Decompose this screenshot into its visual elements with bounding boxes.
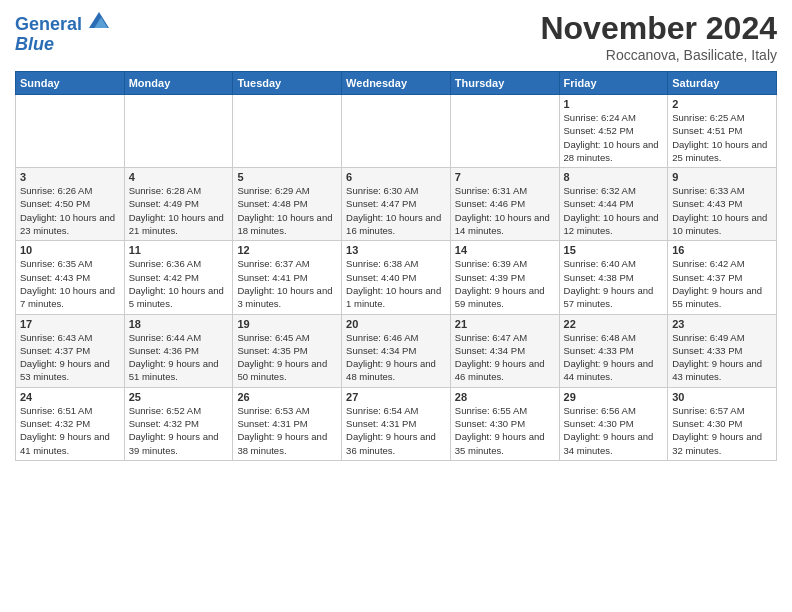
calendar-cell: 9Sunrise: 6:33 AM Sunset: 4:43 PM Daylig… — [668, 168, 777, 241]
day-info: Sunrise: 6:56 AM Sunset: 4:30 PM Dayligh… — [564, 404, 664, 457]
calendar-cell: 17Sunrise: 6:43 AM Sunset: 4:37 PM Dayli… — [16, 314, 125, 387]
day-info: Sunrise: 6:55 AM Sunset: 4:30 PM Dayligh… — [455, 404, 555, 457]
day-info: Sunrise: 6:43 AM Sunset: 4:37 PM Dayligh… — [20, 331, 120, 384]
calendar-cell: 11Sunrise: 6:36 AM Sunset: 4:42 PM Dayli… — [124, 241, 233, 314]
day-info: Sunrise: 6:53 AM Sunset: 4:31 PM Dayligh… — [237, 404, 337, 457]
day-info: Sunrise: 6:37 AM Sunset: 4:41 PM Dayligh… — [237, 257, 337, 310]
day-info: Sunrise: 6:52 AM Sunset: 4:32 PM Dayligh… — [129, 404, 229, 457]
day-info: Sunrise: 6:33 AM Sunset: 4:43 PM Dayligh… — [672, 184, 772, 237]
col-thursday: Thursday — [450, 72, 559, 95]
col-saturday: Saturday — [668, 72, 777, 95]
calendar-cell: 23Sunrise: 6:49 AM Sunset: 4:33 PM Dayli… — [668, 314, 777, 387]
col-friday: Friday — [559, 72, 668, 95]
calendar-cell: 14Sunrise: 6:39 AM Sunset: 4:39 PM Dayli… — [450, 241, 559, 314]
day-info: Sunrise: 6:35 AM Sunset: 4:43 PM Dayligh… — [20, 257, 120, 310]
day-number: 25 — [129, 391, 229, 403]
day-info: Sunrise: 6:32 AM Sunset: 4:44 PM Dayligh… — [564, 184, 664, 237]
col-monday: Monday — [124, 72, 233, 95]
calendar-cell: 15Sunrise: 6:40 AM Sunset: 4:38 PM Dayli… — [559, 241, 668, 314]
day-number: 13 — [346, 244, 446, 256]
logo-text: General — [15, 10, 109, 35]
calendar-cell: 3Sunrise: 6:26 AM Sunset: 4:50 PM Daylig… — [16, 168, 125, 241]
day-number: 22 — [564, 318, 664, 330]
calendar-week-2: 10Sunrise: 6:35 AM Sunset: 4:43 PM Dayli… — [16, 241, 777, 314]
day-number: 16 — [672, 244, 772, 256]
col-sunday: Sunday — [16, 72, 125, 95]
day-number: 20 — [346, 318, 446, 330]
day-info: Sunrise: 6:39 AM Sunset: 4:39 PM Dayligh… — [455, 257, 555, 310]
day-info: Sunrise: 6:51 AM Sunset: 4:32 PM Dayligh… — [20, 404, 120, 457]
day-number: 7 — [455, 171, 555, 183]
calendar-cell: 21Sunrise: 6:47 AM Sunset: 4:34 PM Dayli… — [450, 314, 559, 387]
day-number: 10 — [20, 244, 120, 256]
day-info: Sunrise: 6:36 AM Sunset: 4:42 PM Dayligh… — [129, 257, 229, 310]
calendar-cell: 26Sunrise: 6:53 AM Sunset: 4:31 PM Dayli… — [233, 387, 342, 460]
day-number: 18 — [129, 318, 229, 330]
calendar-cell: 22Sunrise: 6:48 AM Sunset: 4:33 PM Dayli… — [559, 314, 668, 387]
day-number: 24 — [20, 391, 120, 403]
calendar-cell: 1Sunrise: 6:24 AM Sunset: 4:52 PM Daylig… — [559, 95, 668, 168]
calendar-cell: 30Sunrise: 6:57 AM Sunset: 4:30 PM Dayli… — [668, 387, 777, 460]
day-info: Sunrise: 6:46 AM Sunset: 4:34 PM Dayligh… — [346, 331, 446, 384]
logo-icon — [89, 10, 109, 30]
day-number: 5 — [237, 171, 337, 183]
day-number: 21 — [455, 318, 555, 330]
day-number: 11 — [129, 244, 229, 256]
day-info: Sunrise: 6:25 AM Sunset: 4:51 PM Dayligh… — [672, 111, 772, 164]
day-number: 30 — [672, 391, 772, 403]
day-number: 15 — [564, 244, 664, 256]
day-info: Sunrise: 6:44 AM Sunset: 4:36 PM Dayligh… — [129, 331, 229, 384]
calendar-cell — [342, 95, 451, 168]
day-info: Sunrise: 6:47 AM Sunset: 4:34 PM Dayligh… — [455, 331, 555, 384]
logo-line2: Blue — [15, 35, 109, 55]
day-info: Sunrise: 6:40 AM Sunset: 4:38 PM Dayligh… — [564, 257, 664, 310]
day-number: 12 — [237, 244, 337, 256]
day-info: Sunrise: 6:30 AM Sunset: 4:47 PM Dayligh… — [346, 184, 446, 237]
day-info: Sunrise: 6:28 AM Sunset: 4:49 PM Dayligh… — [129, 184, 229, 237]
day-number: 29 — [564, 391, 664, 403]
day-number: 3 — [20, 171, 120, 183]
calendar-cell: 18Sunrise: 6:44 AM Sunset: 4:36 PM Dayli… — [124, 314, 233, 387]
calendar-header-row: Sunday Monday Tuesday Wednesday Thursday… — [16, 72, 777, 95]
month-title: November 2024 — [540, 10, 777, 47]
day-info: Sunrise: 6:54 AM Sunset: 4:31 PM Dayligh… — [346, 404, 446, 457]
calendar-cell — [233, 95, 342, 168]
day-number: 4 — [129, 171, 229, 183]
day-number: 9 — [672, 171, 772, 183]
calendar-cell — [16, 95, 125, 168]
day-info: Sunrise: 6:29 AM Sunset: 4:48 PM Dayligh… — [237, 184, 337, 237]
day-info: Sunrise: 6:57 AM Sunset: 4:30 PM Dayligh… — [672, 404, 772, 457]
day-number: 6 — [346, 171, 446, 183]
day-info: Sunrise: 6:31 AM Sunset: 4:46 PM Dayligh… — [455, 184, 555, 237]
calendar-cell: 16Sunrise: 6:42 AM Sunset: 4:37 PM Dayli… — [668, 241, 777, 314]
calendar-cell: 8Sunrise: 6:32 AM Sunset: 4:44 PM Daylig… — [559, 168, 668, 241]
calendar-cell: 27Sunrise: 6:54 AM Sunset: 4:31 PM Dayli… — [342, 387, 451, 460]
calendar-cell: 28Sunrise: 6:55 AM Sunset: 4:30 PM Dayli… — [450, 387, 559, 460]
calendar-week-3: 17Sunrise: 6:43 AM Sunset: 4:37 PM Dayli… — [16, 314, 777, 387]
day-number: 26 — [237, 391, 337, 403]
page: General Blue November 2024 Roccanova, Ba… — [0, 0, 792, 612]
calendar-cell: 13Sunrise: 6:38 AM Sunset: 4:40 PM Dayli… — [342, 241, 451, 314]
calendar-cell: 20Sunrise: 6:46 AM Sunset: 4:34 PM Dayli… — [342, 314, 451, 387]
day-number: 2 — [672, 98, 772, 110]
col-wednesday: Wednesday — [342, 72, 451, 95]
day-info: Sunrise: 6:26 AM Sunset: 4:50 PM Dayligh… — [20, 184, 120, 237]
day-info: Sunrise: 6:49 AM Sunset: 4:33 PM Dayligh… — [672, 331, 772, 384]
day-number: 28 — [455, 391, 555, 403]
day-number: 27 — [346, 391, 446, 403]
calendar-week-0: 1Sunrise: 6:24 AM Sunset: 4:52 PM Daylig… — [16, 95, 777, 168]
day-info: Sunrise: 6:38 AM Sunset: 4:40 PM Dayligh… — [346, 257, 446, 310]
day-number: 14 — [455, 244, 555, 256]
calendar-cell: 12Sunrise: 6:37 AM Sunset: 4:41 PM Dayli… — [233, 241, 342, 314]
calendar-cell: 10Sunrise: 6:35 AM Sunset: 4:43 PM Dayli… — [16, 241, 125, 314]
calendar-week-1: 3Sunrise: 6:26 AM Sunset: 4:50 PM Daylig… — [16, 168, 777, 241]
calendar-cell: 6Sunrise: 6:30 AM Sunset: 4:47 PM Daylig… — [342, 168, 451, 241]
day-info: Sunrise: 6:42 AM Sunset: 4:37 PM Dayligh… — [672, 257, 772, 310]
calendar-week-4: 24Sunrise: 6:51 AM Sunset: 4:32 PM Dayli… — [16, 387, 777, 460]
calendar-cell: 2Sunrise: 6:25 AM Sunset: 4:51 PM Daylig… — [668, 95, 777, 168]
calendar-cell: 5Sunrise: 6:29 AM Sunset: 4:48 PM Daylig… — [233, 168, 342, 241]
day-number: 19 — [237, 318, 337, 330]
calendar-cell — [124, 95, 233, 168]
title-section: November 2024 Roccanova, Basilicate, Ita… — [540, 10, 777, 63]
location: Roccanova, Basilicate, Italy — [540, 47, 777, 63]
